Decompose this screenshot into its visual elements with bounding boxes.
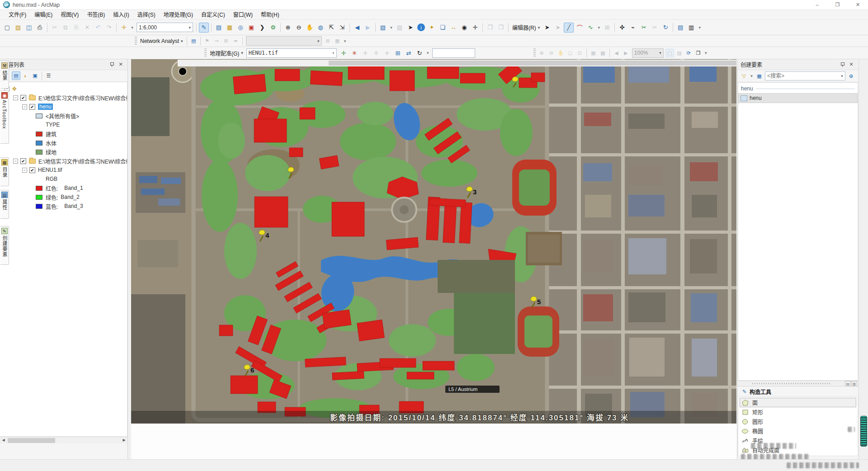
menu-customize[interactable]: 自定义(C): [197, 10, 229, 19]
minimize-button[interactable]: –: [807, 0, 827, 9]
list-by-selection-icon[interactable]: ▣: [31, 71, 39, 80]
zoom-out-icon[interactable]: ⊖: [294, 23, 304, 33]
georeferencing-menu[interactable]: 地理配准(G) ▾: [208, 49, 245, 57]
class-row-building[interactable]: 建筑: [0, 129, 127, 138]
search-window-icon[interactable]: ◎: [236, 23, 245, 33]
scale-dropdown-arrow[interactable]: ▾: [186, 25, 191, 30]
raster-export-icon[interactable]: ❐: [694, 49, 703, 57]
georef-overflow[interactable]: ▾: [703, 48, 709, 58]
go-forward-extent-icon[interactable]: ▶: [363, 23, 373, 33]
save-icon[interactable]: ◫: [24, 23, 34, 33]
straight-segment-icon[interactable]: ╱: [564, 23, 574, 33]
rotate-dropdown[interactable]: ▾: [425, 48, 431, 58]
template-item-henu[interactable]: henu: [738, 93, 858, 103]
redo-icon[interactable]: ↷: [104, 23, 114, 33]
auto-registration-icon[interactable]: ✳: [349, 48, 359, 58]
undo-icon[interactable]: ↶: [93, 23, 103, 33]
organize-templates-icon[interactable]: ▦: [755, 72, 764, 80]
edit-vertices-icon[interactable]: ✜: [617, 23, 627, 33]
henu-layer-label[interactable]: henu: [38, 104, 53, 110]
menu-selection[interactable]: 选择(S): [133, 10, 160, 19]
editor-menu[interactable]: 编辑器(R) ▾: [510, 24, 542, 31]
toolbar-overflow[interactable]: ▾: [697, 23, 703, 33]
fixed-zoom-in-icon[interactable]: ⇱: [326, 23, 336, 33]
select-link-icon[interactable]: ✛: [360, 48, 370, 58]
tab-create-features[interactable]: ✎ 创建要素: [0, 226, 9, 265]
list-by-visibility-icon[interactable]: ◐: [21, 71, 30, 80]
find-icon[interactable]: ◉: [459, 23, 469, 33]
other-values-row[interactable]: <其他所有值>: [0, 111, 127, 120]
select-features-icon[interactable]: ▧: [378, 23, 388, 33]
raster-fit-icon[interactable]: ▦: [589, 49, 598, 57]
map-view[interactable]: L5 / Austrium 3 4: [131, 59, 736, 424]
georef-layer-combo[interactable]: HENU1.tif ▾: [246, 48, 337, 58]
cut-polygons-icon[interactable]: ✂: [639, 23, 649, 33]
tab-arctoolbox[interactable]: ▣ ArcToolbox: [0, 90, 9, 144]
editor-toolbar-toggle-icon[interactable]: ✎: [199, 23, 209, 33]
raster-zoom-in-icon[interactable]: ⊕: [538, 49, 546, 57]
toc-pin-icon[interactable]: [108, 61, 116, 69]
layer-row-henu1-tif[interactable]: − ✔ HENU1.tif: [0, 165, 127, 174]
fixed-zoom-out-icon[interactable]: ⇲: [337, 23, 347, 33]
tool-autocomplete-polygon[interactable]: 自动完成面: [740, 445, 856, 455]
na-window-icon[interactable]: ▤: [189, 37, 198, 45]
tif-expander[interactable]: −: [22, 168, 27, 173]
list-by-source-icon[interactable]: ▤: [12, 71, 20, 80]
catalog-icon[interactable]: ▦: [225, 23, 235, 33]
group1-expander[interactable]: −: [13, 95, 18, 100]
pan-icon[interactable]: ✋: [305, 23, 315, 33]
raster-1-1-icon[interactable]: ⊡: [576, 49, 584, 57]
georef-angle-input[interactable]: [432, 48, 475, 58]
paste-icon[interactable]: ⎘: [71, 23, 81, 33]
zoom-to-link-icon[interactable]: ✛: [371, 48, 381, 58]
menu-bookmarks[interactable]: 书签(B): [83, 10, 109, 19]
full-extent-icon[interactable]: ◍: [316, 23, 326, 33]
menu-file[interactable]: 文件(F): [5, 10, 30, 19]
add-data-icon[interactable]: ✛: [119, 23, 129, 33]
raster-layer-icon[interactable]: ▢: [665, 49, 674, 57]
table-of-contents-icon[interactable]: ▤: [214, 23, 224, 33]
arctoolbox-icon[interactable]: ▣: [246, 23, 256, 33]
menu-geoprocessing[interactable]: 地理处理(G): [160, 10, 197, 19]
go-to-xy-icon[interactable]: ✛: [470, 23, 480, 33]
open-icon[interactable]: ▨: [13, 23, 23, 33]
trace-icon[interactable]: ∿: [585, 23, 595, 33]
tool-ellipse[interactable]: 椭圆: [740, 426, 856, 436]
toc-scroll-left[interactable]: ◀: [0, 437, 7, 443]
template-search-box[interactable]: ▾: [765, 71, 845, 80]
raster-refresh-icon[interactable]: ⟳: [684, 49, 693, 57]
close-button[interactable]: ✕: [848, 0, 868, 9]
select-features-dropdown[interactable]: ▾: [388, 23, 394, 33]
panel-splitter[interactable]: ▤ ▥: [738, 381, 858, 386]
search-go-icon[interactable]: ⊙: [847, 72, 855, 80]
hyperlink-icon[interactable]: ✦: [427, 23, 437, 33]
new-document-icon[interactable]: ▢: [2, 23, 12, 33]
na-directions-icon[interactable]: ➠: [231, 37, 240, 45]
select-elements-icon[interactable]: ➤: [406, 23, 415, 33]
map-scroll-thumb[interactable]: [329, 61, 736, 66]
delete-icon[interactable]: ✕: [82, 23, 92, 33]
raster-zoom-combo[interactable]: 100% ▾: [632, 48, 664, 58]
tab-catalog[interactable]: ▦ 目录: [0, 157, 9, 186]
group1-checkbox[interactable]: ✔: [20, 95, 26, 101]
layer-row-henu[interactable]: − ✔ henu: [0, 102, 127, 111]
cf-pin-icon[interactable]: [838, 61, 846, 69]
split-icon[interactable]: ✂: [650, 23, 660, 33]
python-icon[interactable]: ❯: [257, 23, 267, 33]
raster-mask-icon[interactable]: ▨: [675, 49, 684, 57]
link-table-icon[interactable]: ⊞: [393, 48, 403, 58]
search-history-arrow[interactable]: ▾: [839, 71, 845, 81]
na-grid-icon[interactable]: ⊞: [222, 37, 231, 45]
menu-edit[interactable]: 编辑(E): [30, 10, 57, 19]
group2-checkbox[interactable]: ✔: [20, 158, 26, 164]
template-filter-arrow[interactable]: ▾: [749, 71, 755, 81]
html-popup-icon[interactable]: ❏: [438, 23, 448, 33]
template-search-input[interactable]: [765, 73, 839, 79]
map-horizontal-scrollbar[interactable]: [178, 60, 736, 66]
class-row-green[interactable]: 绿地: [0, 147, 127, 156]
cf-close-icon[interactable]: ✕: [847, 61, 855, 69]
viewer-window-icon[interactable]: ❐: [496, 23, 506, 33]
modelbuilder-icon[interactable]: ⚙: [268, 23, 278, 33]
menu-view[interactable]: 视图(V): [57, 10, 83, 19]
toc-scroll-thumb[interactable]: [8, 438, 55, 443]
